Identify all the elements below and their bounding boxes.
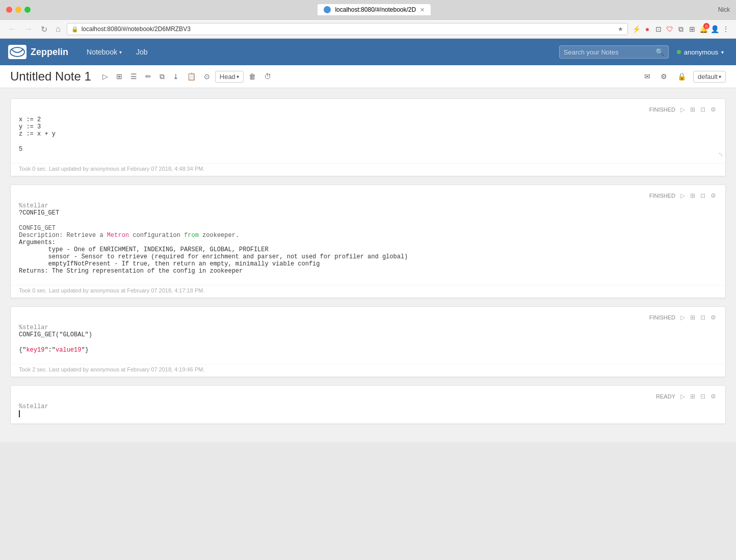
cell-1-footer-text: Took 0 sec. Last updated by anonymous at… xyxy=(19,166,204,172)
maximize-dot[interactable] xyxy=(24,7,31,13)
cell-2-status-bar: FINISHED ▷ ⊞ ⊡ ⚙ xyxy=(19,191,717,200)
home-button[interactable]: ⌂ xyxy=(54,23,63,35)
logo-icon xyxy=(8,45,27,59)
head-dropdown[interactable]: Head ▾ xyxy=(215,71,244,83)
cell-3-status: FINISHED xyxy=(649,314,675,321)
browser-username: Nick xyxy=(718,6,730,13)
clone-button[interactable]: ⧉ xyxy=(156,70,168,83)
app-logo: Zeppelin xyxy=(8,45,68,59)
cell-2-grid-button[interactable]: ⊡ xyxy=(699,191,706,200)
cell-4: READY ▷ ⊞ ⊡ ⚙ %stellar xyxy=(10,385,726,424)
tab-label: localhost:8080/#/notebook/2D xyxy=(335,6,416,13)
cell-4-code[interactable]: %stellar xyxy=(19,403,717,417)
cell-4-grid-button[interactable]: ⊡ xyxy=(699,392,706,401)
adblock-icon[interactable]: 🛡 xyxy=(666,25,674,33)
username-label: anonymous xyxy=(684,48,718,56)
cell-2: FINISHED ▷ ⊞ ⊡ ⚙ %stellar ?CONFIG_GET CO… xyxy=(10,184,726,298)
cell-2-run-button[interactable]: ▷ xyxy=(679,191,686,200)
clear-button[interactable]: ✏ xyxy=(142,70,154,83)
search-button[interactable]: 🔍 xyxy=(655,48,664,56)
back-button[interactable]: ← xyxy=(6,23,18,35)
browser-titlebar: localhost:8080/#/notebook/2D ✕ Nick xyxy=(0,0,736,19)
note-toolbar-right: ✉ ⚙ 🔒 default ▾ xyxy=(641,70,726,83)
browser-toolbar: ← → ↻ ⌂ 🔒 localhost:8080/#/notebook/2D6M… xyxy=(0,19,736,39)
cell-1-resize-handle[interactable]: ⤡ xyxy=(718,151,723,158)
cell-2-settings-button[interactable]: ⚙ xyxy=(709,191,717,200)
run-all-button[interactable]: ▷ xyxy=(99,70,111,83)
cell-2-output: CONFIG_GET Description: Retrieve a Metro… xyxy=(19,221,717,275)
cell-1-settings-button[interactable]: ⚙ xyxy=(709,105,717,114)
minimize-dot[interactable] xyxy=(15,7,21,13)
cell-1-output: 5 xyxy=(19,142,717,153)
cell-1-status-bar: FINISHED ▷ ⊞ ⊡ ⚙ xyxy=(19,105,717,114)
search-input[interactable] xyxy=(564,48,655,56)
delete-button[interactable]: 🗑 xyxy=(246,70,259,83)
nav-search-area: 🔍 anonymous ▾ xyxy=(559,45,728,59)
default-dropdown[interactable]: default ▾ xyxy=(693,71,726,83)
user-menu[interactable]: anonymous ▾ xyxy=(673,46,728,58)
cell-1-run-button[interactable]: ▷ xyxy=(679,105,686,114)
schedule-button[interactable]: ⏱ xyxy=(261,70,274,83)
version-button[interactable]: 📋 xyxy=(184,70,199,83)
search-box[interactable]: 🔍 xyxy=(559,45,669,59)
show-hide-button[interactable]: ⊞ xyxy=(113,70,125,83)
cell-4-actions: ▷ ⊞ ⊡ ⚙ xyxy=(679,392,717,401)
close-dot[interactable] xyxy=(6,7,12,13)
badge-icon[interactable]: 🔔0 xyxy=(699,25,707,33)
tab-favicon xyxy=(324,6,331,13)
job-nav-item[interactable]: Job xyxy=(130,44,154,60)
cell-1-hide-button[interactable]: ⊞ xyxy=(689,105,696,114)
cell-2-footer-text: Took 0 sec. Last updated by anonymous at… xyxy=(19,287,204,294)
profile-icon[interactable]: 👤 xyxy=(711,25,719,33)
cell-3-footer: Took 2 sec. Last updated by anonymous at… xyxy=(11,364,725,377)
cell-2-hide-button[interactable]: ⊞ xyxy=(689,191,696,200)
puzzle-icon[interactable]: ⧉ xyxy=(677,25,685,33)
user-online-dot xyxy=(677,50,681,54)
cell-2-footer: Took 0 sec. Last updated by anonymous at… xyxy=(11,285,725,298)
search-replace-button[interactable]: ⊙ xyxy=(201,70,213,83)
refresh-button[interactable]: ↻ xyxy=(39,23,49,35)
list-view-button[interactable]: ☰ xyxy=(127,70,140,83)
cell-3-run-button[interactable]: ▷ xyxy=(679,313,686,322)
export-button[interactable]: ⤓ xyxy=(170,70,182,83)
address-url: localhost:8080/#/notebook/2D6MRZBV3 xyxy=(82,25,615,33)
cell-1-code[interactable]: x := 2 y := 3 z := x + y xyxy=(19,116,717,138)
cell-3: FINISHED ▷ ⊞ ⊡ ⚙ %stellar CONFIG_GET("GL… xyxy=(10,306,726,377)
window-controls xyxy=(6,7,31,13)
cell-1-footer: Took 0 sec. Last updated by anonymous at… xyxy=(11,163,725,176)
cell-3-grid-button[interactable]: ⊡ xyxy=(699,313,706,322)
note-title: Untitled Note 1 xyxy=(10,69,91,84)
email-button[interactable]: ✉ xyxy=(641,70,653,83)
cast-icon[interactable]: ⊡ xyxy=(654,25,663,33)
forward-button[interactable]: → xyxy=(22,23,35,35)
cell-3-output: {"key19":"value19"} xyxy=(19,342,717,354)
main-content: FINISHED ▷ ⊞ ⊡ ⚙ x := 2 y := 3 z := x + … xyxy=(0,88,736,442)
menu-icon[interactable]: ⋮ xyxy=(722,25,730,33)
job-label: Job xyxy=(136,48,148,56)
circle-icon[interactable]: ● xyxy=(643,25,651,33)
address-bar[interactable]: 🔒 localhost:8080/#/notebook/2D6MRZBV3 ★ xyxy=(67,23,628,35)
apps-icon[interactable]: ⊞ xyxy=(688,25,696,33)
note-header: Untitled Note 1 ▷ ⊞ ☰ ✏ ⧉ ⤓ 📋 ⊙ Head ▾ 🗑… xyxy=(0,65,736,88)
cell-4-settings-button[interactable]: ⚙ xyxy=(709,392,717,401)
cell-3-settings-button[interactable]: ⚙ xyxy=(709,313,717,322)
cell-3-status-bar: FINISHED ▷ ⊞ ⊡ ⚙ xyxy=(19,313,717,322)
default-chevron-icon: ▾ xyxy=(719,74,721,79)
cell-3-hide-button[interactable]: ⊞ xyxy=(689,313,696,322)
cell-2-code[interactable]: %stellar ?CONFIG_GET xyxy=(19,202,717,217)
cell-1-grid-button[interactable]: ⊡ xyxy=(699,105,706,114)
cell-2-actions: ▷ ⊞ ⊡ ⚙ xyxy=(679,191,717,200)
default-label: default xyxy=(698,73,718,81)
extensions-icon[interactable]: ⚡ xyxy=(632,25,640,33)
browser-tab[interactable]: localhost:8080/#/notebook/2D ✕ xyxy=(318,4,431,15)
cell-3-code[interactable]: %stellar CONFIG_GET("GLOBAL") xyxy=(19,324,717,338)
cell-2-inner: FINISHED ▷ ⊞ ⊡ ⚙ %stellar ?CONFIG_GET CO… xyxy=(11,185,725,281)
notebook-chevron-icon: ▾ xyxy=(119,49,122,55)
notebook-nav-item[interactable]: Notebook ▾ xyxy=(81,44,128,60)
cell-4-hide-button[interactable]: ⊞ xyxy=(689,392,696,401)
user-chevron-icon: ▾ xyxy=(721,49,724,55)
tab-close-icon[interactable]: ✕ xyxy=(420,7,425,13)
settings-button[interactable]: ⚙ xyxy=(658,70,670,83)
cell-4-run-button[interactable]: ▷ xyxy=(679,392,686,401)
lock-button[interactable]: 🔒 xyxy=(674,70,689,83)
